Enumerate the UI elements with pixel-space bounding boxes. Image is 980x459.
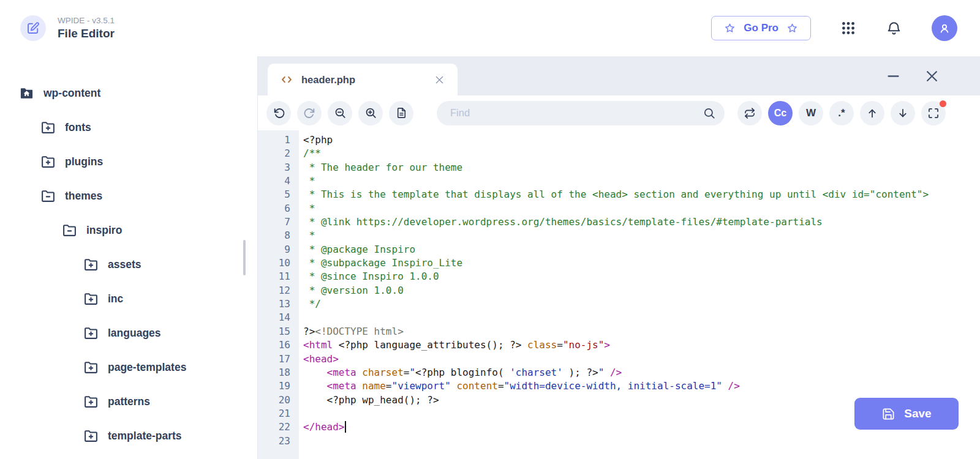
folder-plus-icon [83, 428, 99, 444]
match-case-button[interactable]: Cc [768, 101, 793, 125]
zoom-in-button[interactable] [358, 101, 383, 125]
folder-plus-icon [40, 154, 56, 170]
page-title: File Editor [58, 27, 115, 40]
notification-dot [940, 100, 946, 107]
tree-item-page-templates[interactable]: page-templates [0, 350, 257, 384]
line-number: 7 [258, 215, 290, 229]
line-number: 10 [258, 256, 290, 270]
tree-item-label: template-parts [108, 430, 182, 442]
folder-plus-icon [40, 120, 56, 135]
code-line-8: * [303, 229, 980, 242]
tree-item-languages[interactable]: languages [0, 316, 257, 350]
close-button[interactable] [924, 69, 940, 84]
tree-item-template-parts[interactable]: template-parts [0, 419, 257, 453]
window-controls [886, 56, 980, 95]
line-number: 23 [258, 435, 290, 448]
next-match-button[interactable] [891, 101, 915, 125]
whole-word-button[interactable]: W [799, 101, 823, 125]
line-number: 15 [258, 325, 290, 338]
code-line-16: <html <?php language_attributes(); ?> cl… [303, 338, 980, 352]
code-line-3: * The header for our theme [303, 161, 980, 174]
save-button[interactable]: Save [854, 398, 959, 430]
undo-button[interactable] [266, 101, 291, 125]
arrow-up-icon [866, 107, 878, 119]
line-number: 8 [258, 229, 290, 242]
line-number: 13 [258, 297, 290, 311]
sidebar-scrollbar[interactable] [243, 240, 246, 275]
tab-header-php[interactable]: header.php [268, 64, 458, 95]
line-number: 14 [258, 311, 290, 324]
code-line-18: <meta charset="<?php bloginfo( 'charset'… [303, 366, 980, 379]
code-line-15: ?><!DOCTYPE html> [303, 325, 980, 338]
go-pro-button[interactable]: Go Pro [711, 16, 811, 40]
undo-icon [273, 106, 285, 119]
code-brackets-icon [280, 73, 293, 86]
code-line-11: * @since Inspiro 1.0.0 [303, 270, 980, 283]
tree-item-label: inc [108, 293, 123, 305]
minimize-button[interactable] [886, 69, 901, 84]
code-line-14 [303, 311, 980, 324]
close-icon [924, 69, 940, 84]
user-avatar[interactable] [932, 15, 957, 41]
find-input[interactable] [450, 107, 703, 119]
arrow-down-icon [897, 107, 909, 119]
code-line-10: * @subpackage Inspiro_Lite [303, 256, 980, 270]
go-pro-label: Go Pro [744, 22, 778, 34]
repeat-icon [744, 107, 756, 119]
tree-item-label: patterns [108, 395, 150, 408]
zoom-out-button[interactable] [328, 101, 352, 125]
line-number: 12 [258, 284, 290, 297]
folder-minus-icon [61, 223, 77, 238]
line-number: 22 [258, 420, 290, 434]
redo-button[interactable] [297, 101, 322, 125]
folder-plus-icon [83, 291, 99, 307]
tree-item-wp-content[interactable]: wp-content [0, 76, 257, 110]
prev-match-button[interactable] [860, 101, 884, 125]
app-header: WPIDE - v3.5.1 File Editor Go Pro [0, 0, 980, 56]
regex-button[interactable]: .* [829, 101, 854, 125]
code-line-19: <meta name="viewport" content="width=dev… [303, 379, 980, 393]
line-number: 9 [258, 243, 290, 256]
text-cursor [345, 421, 346, 433]
zoom-out-icon [334, 106, 347, 119]
tree-item-plugins[interactable]: plugins [0, 144, 257, 179]
file-info-button[interactable] [389, 101, 413, 125]
folder-plus-icon [83, 360, 99, 375]
line-number: 16 [258, 338, 290, 352]
tree-item-patterns[interactable]: patterns [0, 384, 257, 419]
apps-grid-button[interactable] [840, 20, 856, 36]
line-number: 17 [258, 353, 290, 366]
notifications-button[interactable] [886, 20, 902, 37]
tab-label: header.php [301, 74, 355, 86]
code-line-6: * [303, 202, 980, 215]
tree-item-assets[interactable]: assets [0, 247, 257, 282]
brand-version: WPIDE - v3.5.1 [58, 16, 115, 25]
tab-bar: header.php [258, 56, 980, 95]
tree-item-inc[interactable]: inc [0, 282, 257, 316]
home-folder-icon [18, 86, 34, 101]
file-tree: wp-contentfontspluginsthemesinspiroasset… [0, 76, 257, 453]
replace-toggle-button[interactable] [737, 101, 762, 125]
tree-item-themes[interactable]: themes [0, 179, 257, 213]
floppy-disk-icon [881, 407, 895, 421]
tab-close-icon[interactable] [434, 74, 445, 86]
tree-item-label: themes [65, 190, 102, 203]
tree-item-fonts[interactable]: fonts [0, 110, 257, 144]
folder-plus-icon [83, 257, 99, 272]
document-icon [395, 106, 408, 119]
minimize-icon [886, 69, 901, 84]
user-icon [937, 21, 952, 35]
tree-item-label: wp-content [43, 87, 100, 100]
find-bar [437, 101, 725, 125]
tree-item-label: fonts [65, 121, 91, 134]
code-line-17: <head> [303, 353, 980, 366]
code-line-4: * [303, 174, 980, 188]
folder-minus-icon [40, 188, 56, 204]
bell-icon [886, 20, 902, 37]
tree-item-inspiro[interactable]: inspiro [0, 213, 257, 247]
line-number: 5 [258, 188, 290, 201]
header-actions: Go Pro [711, 15, 957, 41]
code-line-23 [303, 435, 980, 448]
search-icon[interactable] [703, 106, 716, 120]
edit-pencil-icon [26, 21, 40, 35]
